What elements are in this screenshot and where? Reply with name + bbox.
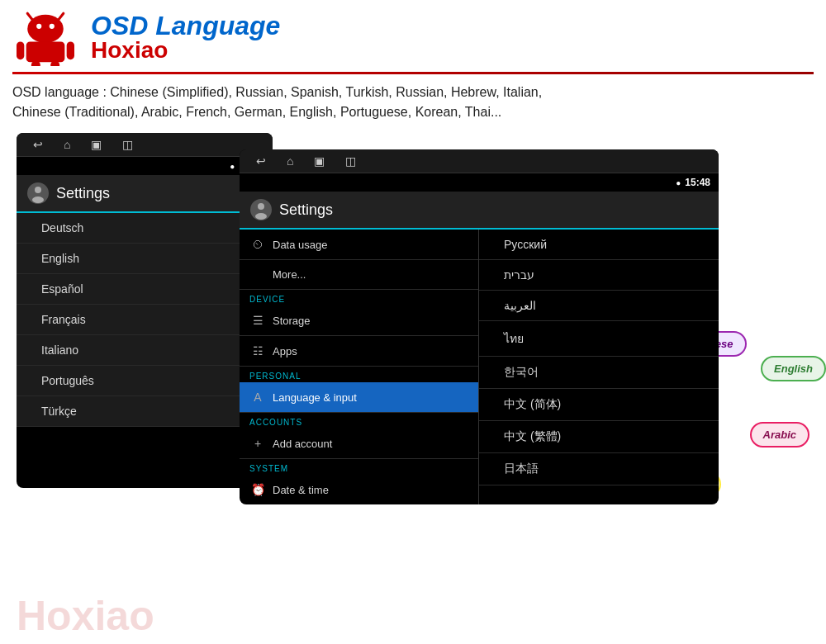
settings-item-storage[interactable]: ☰ Storage xyxy=(240,305,478,336)
list-item[interactable]: Deutsch xyxy=(17,213,273,244)
bubble-arabic-label: Arabic xyxy=(763,429,796,441)
bubble-english-label: English xyxy=(774,362,813,375)
back-nav-tablet-icon[interactable]: ◫ xyxy=(122,138,133,151)
red-divider xyxy=(12,72,814,74)
svg-point-2 xyxy=(27,15,64,43)
svg-rect-6 xyxy=(17,41,24,59)
svg-point-3 xyxy=(36,24,41,29)
list-item[interactable]: Türkçe xyxy=(17,396,273,427)
list-item[interactable]: العربية xyxy=(479,291,719,321)
description-line1: OSD language : Chinese (Simplified), Rus… xyxy=(12,85,542,99)
list-item[interactable]: 中文 (简体) xyxy=(479,389,719,421)
date-time-icon: ⏰ xyxy=(249,483,266,496)
apps-label: Apps xyxy=(273,345,468,358)
back-nav-recent-icon[interactable]: ▣ xyxy=(91,138,102,151)
date-time-label: Date & time xyxy=(273,484,468,496)
list-item[interactable]: 한국어 xyxy=(479,357,719,389)
back-nav-home-icon[interactable]: ⌂ xyxy=(64,138,70,151)
back-settings-header: Settings xyxy=(17,175,273,213)
front-nav-tablet-icon[interactable]: ◫ xyxy=(345,154,356,168)
section-device: DEVICE xyxy=(240,290,478,305)
list-item[interactable]: עברית xyxy=(479,260,719,291)
svg-point-11 xyxy=(35,187,41,193)
back-settings-icon xyxy=(26,182,50,205)
front-location-icon: ● xyxy=(676,178,681,187)
list-item[interactable]: Español xyxy=(17,274,273,305)
front-nav-back-icon[interactable]: ↩ xyxy=(256,154,266,168)
back-status-bar: ● 15:48 xyxy=(17,157,273,175)
svg-rect-5 xyxy=(26,41,65,62)
more-label: More... xyxy=(273,268,468,281)
description-line2: Chinese (Traditional), Arabic, French, G… xyxy=(12,105,501,119)
front-settings-header: Settings xyxy=(240,192,719,230)
back-nav-bar: ↩ ⌂ ▣ ◫ xyxy=(17,133,273,157)
svg-point-12 xyxy=(32,197,44,203)
list-item[interactable]: English xyxy=(17,244,273,274)
language-label: Language & input xyxy=(273,391,468,404)
front-left-panel: ⏲ Data usage More... DEVICE ☰ Storage ☷ … xyxy=(240,230,479,504)
header: OSD Language Hoxiao xyxy=(0,0,826,70)
section-system: SYSTEM xyxy=(240,459,478,475)
android-logo xyxy=(12,8,78,66)
front-status-bar: ● 15:48 xyxy=(240,173,719,192)
svg-rect-7 xyxy=(67,41,74,59)
storage-label: Storage xyxy=(273,315,468,327)
list-item[interactable]: 中文 (繁體) xyxy=(479,421,719,453)
settings-item-more[interactable]: More... xyxy=(240,260,478,290)
front-content: ⏲ Data usage More... DEVICE ☰ Storage ☷ … xyxy=(240,230,719,504)
svg-point-4 xyxy=(50,24,55,29)
description: OSD language : Chinese (Simplified), Rus… xyxy=(0,76,826,129)
front-nav-bar: ↩ ⌂ ▣ ◫ xyxy=(240,149,719,173)
list-item[interactable]: Português xyxy=(17,366,273,396)
settings-item-date-time[interactable]: ⏰ Date & time xyxy=(240,475,478,504)
front-screen: ↩ ⌂ ▣ ◫ ● 15:48 Settings ⏲ Data u xyxy=(240,149,719,504)
front-nav-home-icon[interactable]: ⌂ xyxy=(287,154,293,168)
back-nav-back-icon[interactable]: ↩ xyxy=(33,138,43,151)
front-settings-icon xyxy=(249,198,273,221)
section-accounts: ACCOUNTS xyxy=(240,413,478,429)
title-area: OSD Language Hoxiao xyxy=(91,11,814,64)
svg-point-15 xyxy=(255,213,267,220)
front-time: 15:48 xyxy=(685,177,710,188)
add-account-label: Add account xyxy=(273,438,468,450)
screens-area: ↩ ⌂ ▣ ◫ ● 15:48 Settings Deutsch English… xyxy=(0,133,826,488)
watermark: Hoxiao xyxy=(17,592,154,640)
svg-point-14 xyxy=(258,203,264,210)
section-personal: PERSONAL xyxy=(240,367,478,382)
apps-icon: ☷ xyxy=(249,344,266,358)
bubble-arabic: Arabic xyxy=(750,422,809,447)
settings-item-data-usage[interactable]: ⏲ Data usage xyxy=(240,230,478,260)
list-item[interactable]: Русский xyxy=(479,230,719,260)
front-nav-recent-icon[interactable]: ▣ xyxy=(314,154,325,168)
data-usage-icon: ⏲ xyxy=(249,238,266,251)
settings-item-language[interactable]: A Language & input xyxy=(240,382,478,413)
list-item[interactable]: ไทย xyxy=(479,321,719,357)
back-language-list: Deutsch English Español Français Italian… xyxy=(17,213,273,427)
list-item[interactable]: Français xyxy=(17,305,273,335)
list-item[interactable]: Italiano xyxy=(17,335,273,366)
back-settings-title: Settings xyxy=(56,185,110,202)
front-right-panel: Русский עברית العربية ไทย 한국어 中文 (简体) 中文… xyxy=(479,230,719,504)
data-usage-label: Data usage xyxy=(273,239,468,251)
settings-item-apps[interactable]: ☷ Apps xyxy=(240,336,478,367)
bubble-english: English xyxy=(761,356,826,381)
list-item[interactable]: 日本語 xyxy=(479,453,719,485)
language-icon: A xyxy=(249,391,266,404)
settings-item-add-account[interactable]: + Add account xyxy=(240,429,478,459)
back-screen: ↩ ⌂ ▣ ◫ ● 15:48 Settings Deutsch English… xyxy=(17,133,273,488)
front-settings-title: Settings xyxy=(279,201,333,219)
add-account-icon: + xyxy=(249,437,266,450)
storage-icon: ☰ xyxy=(249,314,266,327)
back-location-icon: ● xyxy=(230,162,235,171)
